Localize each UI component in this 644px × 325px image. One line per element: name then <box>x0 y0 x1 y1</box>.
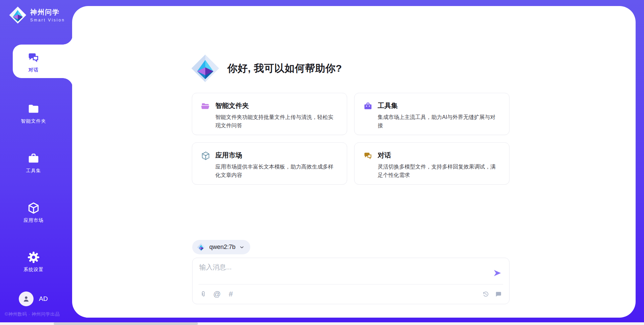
chat-icon <box>27 51 40 64</box>
history-icon[interactable] <box>482 290 490 298</box>
brand-name-en: Smart Vision <box>30 18 65 22</box>
card-app-market[interactable]: 应用市场 应用市场提供丰富长文本模板，助力高效生成多样化文章内容 <box>192 142 347 185</box>
hash-icon[interactable]: # <box>227 290 235 298</box>
chevron-down-icon <box>239 245 245 250</box>
sidebar-item-label: 工具集 <box>26 168 41 174</box>
message-composer: @ # <box>192 258 509 304</box>
card-title: 应用市场 <box>215 151 338 160</box>
sidebar-item-label: 智能文件夹 <box>21 118 46 124</box>
person-icon <box>22 295 31 303</box>
sidebar-item-label: 应用市场 <box>23 217 44 223</box>
card-toolset[interactable]: 工具集 集成市场上主流工具，助力AI与外界无缝扩展与对接 <box>354 93 509 135</box>
avatar <box>19 291 34 306</box>
send-icon[interactable] <box>493 269 502 277</box>
copyright-footer: ©神州数码 · 神州问学出品 <box>5 311 72 317</box>
user-initials: AD <box>39 295 48 303</box>
paperclip-icon[interactable] <box>199 290 207 298</box>
card-chat[interactable]: 对话 灵活切换多模型文件，支持多样回复效果调试，满足个性化需求 <box>354 142 509 185</box>
at-icon[interactable]: @ <box>213 290 221 298</box>
composer-toolbar: @ # <box>199 284 502 304</box>
horizontal-scrollbar[interactable] <box>0 322 644 325</box>
sidebar-item-app-market[interactable]: 应用市场 <box>0 196 67 229</box>
gear-icon <box>27 251 40 264</box>
card-smart-folder[interactable]: 智能文件夹 智能文件夹功能支持批量文件上传与清洗，轻松实现文件问答 <box>192 93 347 135</box>
sidebar: 神州问学 Smart Vision 对话 智能文件夹 <box>0 0 72 325</box>
brand-name-cn: 神州问学 <box>30 8 65 17</box>
sidebar-item-settings[interactable]: 系统设置 <box>0 245 67 278</box>
card-title: 工具集 <box>378 101 500 110</box>
toolbox-icon <box>27 152 40 165</box>
cube-icon <box>27 202 40 214</box>
sidebar-item-label: 系统设置 <box>23 267 44 273</box>
assistant-diamond-icon <box>191 54 220 83</box>
brand-logo: 神州问学 Smart Vision <box>9 6 65 24</box>
card-description: 灵活切换多模型文件，支持多样回复效果调试，满足个性化需求 <box>378 163 500 180</box>
folder-icon <box>27 103 40 115</box>
card-description: 智能文件夹功能支持批量文件上传与清洗，轻松实现文件问答 <box>215 113 338 130</box>
user-account[interactable]: AD <box>19 291 48 306</box>
greeting-title: 你好, 我可以如何帮助你? <box>227 62 342 75</box>
card-title: 智能文件夹 <box>215 101 338 110</box>
scrollbar-thumb[interactable] <box>54 322 198 325</box>
toolbox-icon <box>363 102 373 111</box>
feature-cards: 智能文件夹 智能文件夹功能支持批量文件上传与清洗，轻松实现文件问答 工具集 集成… <box>192 93 509 185</box>
model-diamond-icon <box>197 243 206 252</box>
message-icon[interactable] <box>494 290 502 298</box>
sidebar-item-label: 对话 <box>29 67 39 73</box>
folder-open-icon <box>201 102 210 111</box>
sidebar-item-chat[interactable]: 对话 <box>0 45 67 79</box>
brand-diamond-icon <box>9 6 27 24</box>
sidebar-item-toolset[interactable]: 工具集 <box>0 146 67 180</box>
card-description: 集成市场上主流工具，助力AI与外界无缝扩展与对接 <box>378 113 500 130</box>
cube-icon <box>201 151 210 160</box>
card-description: 应用市场提供丰富长文本模板，助力高效生成多样化文章内容 <box>215 163 338 180</box>
card-title: 对话 <box>378 151 500 160</box>
chat-icon <box>363 151 373 160</box>
sidebar-item-smart-folder[interactable]: 智能文件夹 <box>0 96 67 130</box>
message-input[interactable] <box>199 263 486 281</box>
model-selector[interactable]: qwen2:7b <box>192 240 250 254</box>
model-name: qwen2:7b <box>209 244 235 251</box>
greeting-header: 你好, 我可以如何帮助你? <box>191 54 342 83</box>
